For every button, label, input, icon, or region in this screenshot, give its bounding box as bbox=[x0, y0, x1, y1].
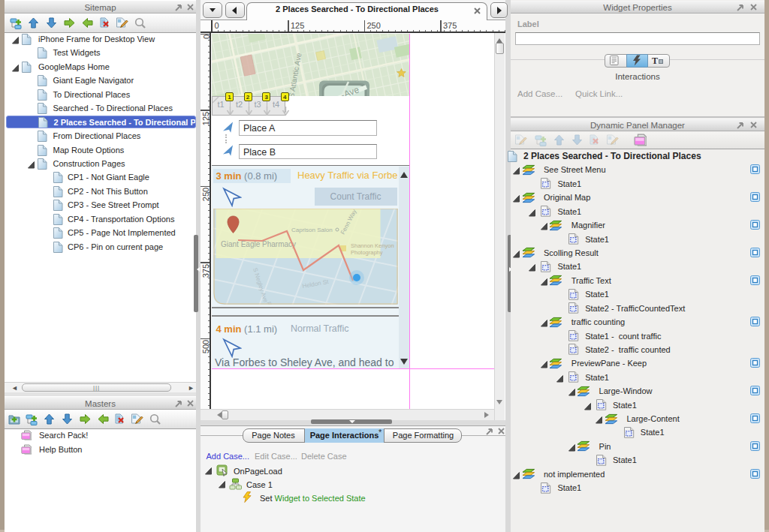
svg-text:Caprison Salon: Caprison Salon bbox=[291, 227, 333, 233]
svg-text:Photography: Photography bbox=[351, 249, 383, 256]
svg-text:Shannon Kenyon: Shannon Kenyon bbox=[351, 242, 394, 249]
